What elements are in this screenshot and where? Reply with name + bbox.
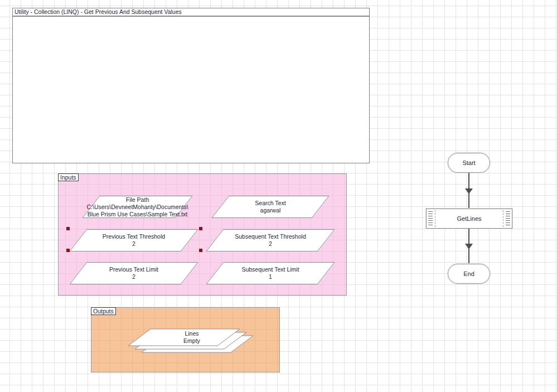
arrowhead-down-icon [465, 244, 473, 249]
stage-lines-collection[interactable]: Lines Empty [112, 322, 262, 359]
parallelogram-shape [69, 262, 198, 284]
parallelogram-shape [211, 196, 329, 218]
stage-subsequent-text-limit[interactable]: Subsequent Text Limit 1 [215, 262, 326, 284]
end-node-label: End [463, 270, 474, 277]
left-separator [435, 210, 435, 227]
right-separator [503, 210, 503, 227]
start-node-label: Start [462, 159, 475, 166]
stage-file-path[interactable]: File Path C:\Users\DevneetMohanty\Docume… [91, 196, 184, 218]
selection-handle-bottom-right[interactable] [199, 249, 202, 252]
subprocess-node-getlines[interactable]: GetLines [426, 209, 512, 229]
parallelogram-shape [206, 229, 335, 251]
process-diagram-canvas: Utility - Collection (LINQ) - Get Previo… [0, 0, 557, 392]
outputs-group-label: Outputs [91, 307, 116, 315]
arrowhead-down-icon [465, 188, 473, 194]
collection-sheets-shape [112, 322, 262, 359]
end-node[interactable]: End [448, 264, 490, 284]
process-info-box[interactable]: Utility - Collection (LINQ) - Get Previo… [12, 8, 370, 163]
selection-handle-top-right[interactable] [199, 227, 202, 230]
selection-handle-bottom-left[interactable] [66, 249, 70, 252]
stage-previous-text-limit[interactable]: Previous Text Limit 2 [78, 262, 190, 284]
process-title: Utility - Collection (LINQ) - Get Previo… [13, 8, 369, 17]
stage-search-text[interactable]: Search Text agarwal [220, 196, 321, 218]
parallelogram-shape [206, 262, 335, 284]
coil-decoration-left-icon [428, 211, 433, 226]
subprocess-node-label: GetLines [457, 215, 481, 222]
coil-decoration-right-icon [506, 211, 510, 226]
parallelogram-shape [69, 229, 198, 251]
stage-subsequent-text-threshold[interactable]: Subsequent Text Threshold 2 [215, 229, 326, 251]
parallelogram-shape [82, 196, 192, 218]
selection-handle-top-left[interactable] [66, 227, 70, 230]
inputs-group-label: Inputs [58, 173, 79, 181]
stage-previous-text-threshold[interactable]: Previous Text Threshold 2 [78, 229, 190, 251]
start-node[interactable]: Start [448, 153, 490, 173]
